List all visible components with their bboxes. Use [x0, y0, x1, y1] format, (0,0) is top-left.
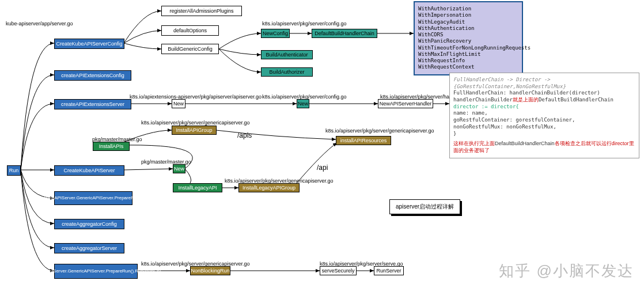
c7: nonGoRestfulMux: nonGoRestfulMux,: [453, 124, 635, 131]
c4: director := director{: [453, 104, 635, 111]
node-bauth: BuildAuthenticator: [261, 50, 313, 59]
hc-l: WithImpersonation: [418, 12, 518, 18]
node-run: Run: [7, 165, 21, 176]
lbl-apis: /apis: [237, 131, 252, 139]
hc-l: WithCORS: [418, 32, 518, 38]
lbl-file-config: k8s.io/apiserver/pkg/server/config.go: [262, 21, 347, 26]
c5: name: name,: [453, 110, 635, 117]
lbl-api: /api: [317, 164, 328, 172]
node-rap: registerAllAdmissionPlugins: [161, 6, 242, 16]
node-ilag: InstallLegacyAPIGroup: [238, 183, 300, 192]
node-cagc: createAggregatorConfig: [54, 219, 124, 229]
hc-l: WithRequestInfo: [418, 58, 518, 64]
hc-l: WithAuthentication: [418, 25, 518, 32]
code-panel: FullHandlerChain -> Director -> {GoRestf…: [449, 73, 639, 158]
hc-l: WithRequestContext: [418, 64, 518, 70]
node-dopt: defaultOptions: [161, 25, 219, 36]
hc-l: WithLegacyAudit: [418, 19, 518, 25]
c6: goRestfulContainer: gorestfulContainer,: [453, 117, 635, 124]
node-new3: New: [173, 164, 185, 173]
hc-l: WithPanicRecovery: [418, 38, 518, 44]
node-new2: New: [297, 99, 309, 108]
node-rs: RunServer: [374, 266, 404, 275]
c2: FullHandlerChain: handlerChainBuilder(di…: [453, 90, 635, 97]
node-bgc: BuildGenericConfig: [161, 44, 219, 54]
node-iar: installAPIResources: [336, 136, 391, 145]
node-new1: New: [172, 99, 185, 108]
node-caes: createAPIExtensionsServer: [54, 99, 131, 109]
node-cags: createAggregatorServer: [54, 243, 124, 253]
hc-l: WithTimeoutForNonLongRunningRequests: [418, 45, 518, 51]
node-nbr: NonBlockingRun: [190, 266, 230, 275]
handler-chain-panel: WithAuthorization WithImpersonation With…: [414, 1, 523, 75]
node-iag: InstallAPIGroup: [172, 126, 217, 135]
caption: apiserver启动过程详解: [389, 199, 460, 214]
node-ckas: CreateKubeAPIServer: [54, 165, 124, 176]
lbl-file-generic1: k8s.io/apiserver/pkg/server/genericapise…: [141, 120, 250, 126]
node-ilapi: InstallLegacyAPI: [173, 183, 222, 192]
lbl-file-generic2: k8s.io/apiserver/pkg/server/genericapise…: [325, 128, 434, 134]
hc-l: WithAuthorization: [418, 6, 518, 12]
watermark: 知乎 @小脑不发达: [499, 261, 634, 281]
node-iapis: InstallAPIs: [93, 142, 130, 151]
node-ss: serveSecurely: [320, 266, 357, 275]
hc-l: WithMaxInFlightLimit: [418, 51, 518, 58]
c1: FullHandlerChain -> Director -> {GoRestf…: [453, 77, 635, 90]
node-bauthz: BuildAuthorizer: [261, 67, 313, 77]
node-ckac: CreateKubeAPIServerConfig: [54, 39, 124, 49]
node-ncfg: NewConfig: [261, 29, 290, 38]
cf: 这样在执行完上面DefaultBuildHandlerChain各项检查之后就可…: [453, 141, 635, 154]
node-dbhc: DefaultBuildHandlerChain: [312, 29, 377, 38]
lbl-file-apiext: k8s.io/apiextensions-apiserver/pkg/apise…: [130, 94, 262, 100]
node-aggrun: aggregatorServer.GenericAPIServer.Prepar…: [54, 264, 138, 279]
node-nash: NewAPIServerHandler: [378, 99, 433, 108]
c3: handlerChainBuilder就是上面的DefaultBuildHand…: [453, 97, 635, 104]
lbl-file-main: kube-apiserver/app/server.go: [6, 21, 73, 26]
node-prep: kubeAPIServer.GenericAPIServer.PrepareRu…: [54, 191, 132, 205]
node-caec: createAPIExtensionsConfig: [54, 70, 131, 81]
c8: }: [453, 131, 635, 138]
